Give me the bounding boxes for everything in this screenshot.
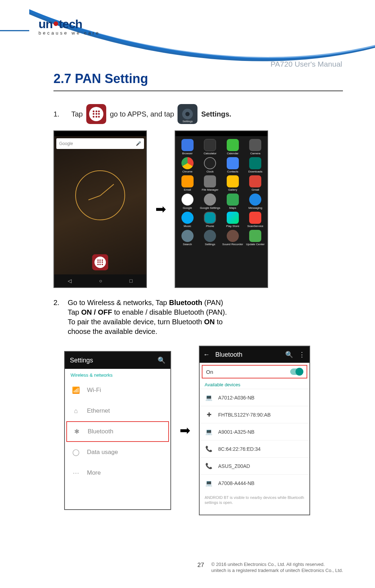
step-1: 1. Tap go to APPS, and tap Settings Sett… xyxy=(53,104,343,124)
settings-item-data-usage: ◯Data usage xyxy=(65,442,170,463)
app-file-manager: File Manager xyxy=(200,175,221,191)
app-contacts: Contacts xyxy=(222,157,243,173)
section-rule xyxy=(53,91,343,91)
screenshot-row-2: Settings 🔍 Wireless & networks 📶Wi-Fi⌂Et… xyxy=(64,346,343,515)
screenshot-bluetooth: ← Bluetooth 🔍 ⋮ On Available devices 💻A7… xyxy=(199,346,310,515)
device-type-icon: 💻 xyxy=(205,394,212,401)
app-sound-recorder: Sound Recorder xyxy=(222,230,243,246)
nav-home-icon: ○ xyxy=(99,278,102,284)
available-devices-header: Available devices xyxy=(200,379,309,389)
settings-icon: Settings xyxy=(178,104,197,124)
logo: un●tech because we care xyxy=(38,17,100,36)
arrow-right-icon: ➡ xyxy=(155,202,166,217)
screenshot-home: Google 🎤 ◁ ○ □ xyxy=(53,130,147,288)
device-type-icon: 📞 xyxy=(205,445,212,452)
app-browser: Browser xyxy=(177,139,198,155)
app-calculator: Calculator xyxy=(200,139,221,155)
bluetooth-visibility-note: ANDROID BT is visible to nearby devices … xyxy=(200,491,309,509)
ethernet-icon: ⌂ xyxy=(72,407,80,415)
settings-title: Settings xyxy=(70,357,93,364)
app-gmail: Gmail xyxy=(245,175,266,191)
settings-item-ethernet: ⌂Ethernet xyxy=(65,401,170,421)
step-2: 2.Go to Wireless & networks, Tap Bluetoo… xyxy=(53,298,343,336)
app-email: Email xyxy=(177,175,198,191)
clock-widget xyxy=(75,170,125,220)
app-settings: Settings xyxy=(200,230,221,246)
app-messaging: Messaging xyxy=(245,194,266,210)
device-type-icon: 📞 xyxy=(205,463,212,469)
apps-drawer-icon xyxy=(86,104,106,124)
app-downloads: Downloads xyxy=(245,157,266,173)
settings-item-wi-fi: 📶Wi-Fi xyxy=(65,380,170,401)
wi-fi-icon: 📶 xyxy=(72,386,80,394)
app-chrome: Chrome xyxy=(177,157,198,173)
app-music: Music xyxy=(177,212,198,228)
nav-back-icon: ◁ xyxy=(68,278,72,284)
app-gallery: Gallery xyxy=(222,175,243,191)
menu-icon: ⋮ xyxy=(299,351,305,359)
page-footer: 27 © 2016 unitech Electronics Co., Ltd. … xyxy=(0,562,343,574)
app-update-center: Update Center xyxy=(245,230,266,246)
bluetooth-title: Bluetooth xyxy=(215,351,242,359)
app-calendar: Calendar xyxy=(222,139,243,155)
bt-device: 💻A7012-A036-NB xyxy=(200,389,309,406)
app-search: Search xyxy=(177,230,198,246)
bt-device: 📞ASUS_Z00AD xyxy=(200,457,309,474)
bt-device: 💻A7008-A444-NB xyxy=(200,474,309,491)
app-play-store: Play Store xyxy=(222,212,243,228)
bt-device: ✚FHTBLS122Y-78:90:AB xyxy=(200,406,309,423)
bluetooth-icon: ✱ xyxy=(73,428,81,435)
settings-section-header: Wireless & networks xyxy=(65,369,170,380)
data usage-icon: ◯ xyxy=(72,448,80,456)
app-clock: Clock xyxy=(200,157,221,173)
more-icon: ⋯ xyxy=(72,469,80,477)
settings-item-bluetooth: ✱Bluetooth xyxy=(66,421,169,442)
device-type-icon: 💻 xyxy=(205,480,212,486)
copyright-line-1: © 2016 unitech Electronics Co., Ltd. All… xyxy=(211,562,325,567)
screenshot-settings: Settings 🔍 Wireless & networks 📶Wi-Fi⌂Et… xyxy=(64,351,171,510)
app-scanservice: ScanService xyxy=(245,212,266,228)
search-icon: 🔍 xyxy=(158,356,165,364)
copyright-line-2: unitech is a registered trademark of uni… xyxy=(211,568,343,573)
search-icon: 🔍 xyxy=(285,351,293,359)
toggle-on-icon xyxy=(290,368,303,375)
section-heading: 2.7 PAN Setting xyxy=(53,71,343,86)
bt-device: 💻A9001-A325-NB xyxy=(200,423,309,440)
screenshot-app-drawer: BrowserCalculatorCalendarCameraChromeClo… xyxy=(175,130,268,288)
back-icon: ← xyxy=(203,351,210,359)
app-maps: Maps xyxy=(222,194,243,210)
bluetooth-toggle-row: On xyxy=(202,365,307,378)
settings-item-more: ⋯More xyxy=(65,463,170,483)
device-type-icon: ✚ xyxy=(205,411,212,418)
document-title: PA720 User's Manual xyxy=(271,60,342,68)
app-phone: Phone xyxy=(200,212,221,228)
page-number: 27 xyxy=(197,562,204,569)
bt-device: 📞8C:64:22:76:ED:34 xyxy=(200,440,309,457)
screenshot-row-1: Google 🎤 ◁ ○ □ ➡ xyxy=(53,130,343,288)
app-google-settings: Google Settings xyxy=(200,194,221,210)
nav-recent-icon: □ xyxy=(129,278,132,284)
app-google: Google xyxy=(177,194,198,210)
logo-tagline: because we care xyxy=(38,30,100,36)
google-search-bar: Google 🎤 xyxy=(56,138,144,149)
arrow-right-icon: ➡ xyxy=(180,423,190,438)
device-type-icon: 💻 xyxy=(205,428,212,435)
app-camera: Camera xyxy=(245,139,266,155)
